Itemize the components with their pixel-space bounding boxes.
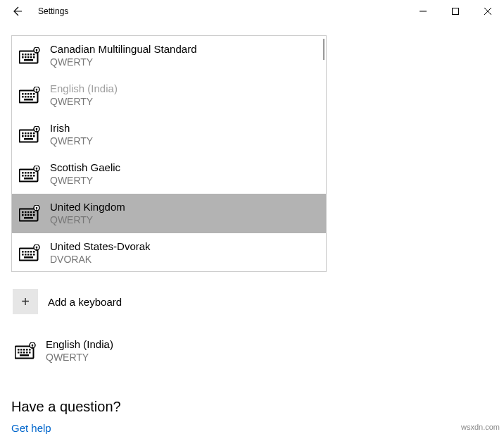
back-button[interactable] (10, 4, 24, 18)
watermark: wsxdn.com (461, 423, 500, 431)
keyboard-option[interactable]: Scottish Gaelic QWERTY (12, 154, 326, 194)
keyboard-option[interactable]: Canadian Multilingual Standard QWERTY (12, 36, 326, 75)
keyboard-option[interactable]: Irish QWERTY (12, 115, 326, 154)
keyboard-icon (19, 87, 40, 104)
keyboard-option[interactable]: English (India) QWERTY (12, 75, 326, 115)
keyboard-list[interactable]: Canadian Multilingual Standard QWERTY En… (11, 35, 327, 272)
keyboard-icon (15, 342, 36, 359)
add-keyboard-button[interactable]: + Add a keyboard (11, 282, 493, 321)
window-controls (407, 0, 504, 23)
keyboard-layout: QWERTY (50, 214, 125, 227)
current-keyboard-layout: QWERTY (46, 352, 113, 364)
keyboard-layout: QWERTY (50, 96, 118, 108)
current-keyboard-name: English (India) (46, 338, 113, 352)
keyboard-name: English (India) (50, 82, 118, 96)
keyboard-layout: QWERTY (50, 135, 93, 148)
keyboard-layout: DVORAK (50, 254, 151, 266)
keyboard-icon (19, 47, 40, 64)
keyboard-name: United Kingdom (50, 201, 125, 214)
keyboard-option[interactable]: United States-Dvorak DVORAK (12, 233, 326, 272)
current-keyboard[interactable]: English (India) QWERTY (11, 331, 493, 371)
close-button[interactable] (472, 0, 504, 23)
titlebar: Settings (0, 0, 504, 23)
keyboard-name: Scottish Gaelic (50, 161, 120, 175)
window-title: Settings (38, 6, 68, 16)
help-heading: Have a question? (11, 399, 493, 415)
keyboard-icon (19, 244, 40, 261)
add-keyboard-label: Add a keyboard (48, 296, 122, 308)
keyboard-option-selected[interactable]: United Kingdom QWERTY (12, 194, 326, 233)
keyboard-icon (19, 205, 40, 222)
keyboard-layout: QWERTY (50, 175, 120, 187)
keyboard-icon (19, 166, 40, 182)
scrollbar[interactable] (323, 39, 325, 60)
minimize-button[interactable] (407, 0, 439, 23)
keyboard-name: United States-Dvorak (50, 240, 151, 254)
keyboard-icon (19, 126, 40, 143)
keyboard-name: Canadian Multilingual Standard (50, 43, 196, 56)
keyboard-name: Irish (50, 122, 93, 135)
svg-rect-14 (453, 8, 459, 15)
get-help-link[interactable]: Get help (11, 422, 51, 434)
keyboard-layout: QWERTY (50, 56, 196, 69)
maximize-button[interactable] (439, 0, 472, 23)
plus-icon: + (13, 289, 38, 314)
